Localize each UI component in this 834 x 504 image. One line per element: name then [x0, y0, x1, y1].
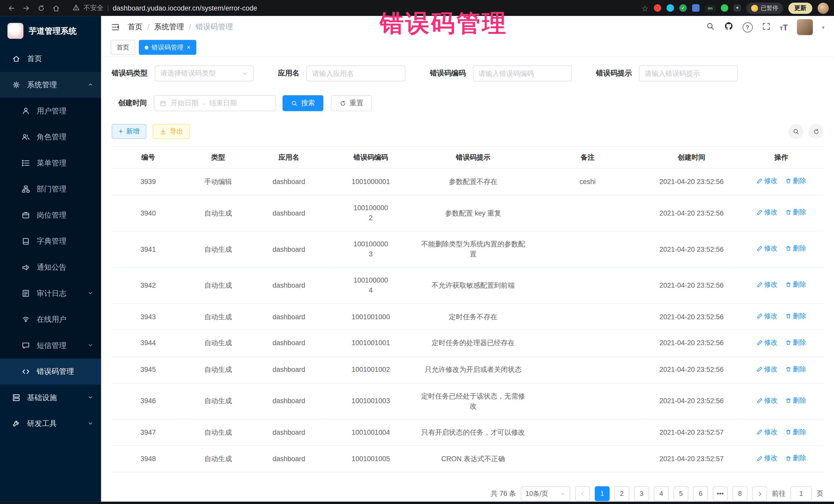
date-range-picker[interactable]: 开始日期 - 结束日期 — [154, 95, 276, 111]
cell-type: 自动生成 — [184, 330, 251, 356]
error-code-input[interactable] — [473, 65, 572, 81]
browser-profile-avatar[interactable] — [817, 2, 829, 14]
add-button[interactable]: + 新增 — [112, 124, 146, 139]
delete-link[interactable]: 删除 — [785, 311, 806, 321]
edit-link[interactable]: 修改 — [756, 364, 777, 374]
start-date-placeholder: 开始日期 — [171, 98, 198, 108]
back-icon[interactable] — [5, 2, 17, 14]
refresh-button[interactable] — [809, 124, 824, 139]
fullscreen-icon[interactable] — [762, 22, 771, 33]
edit-link[interactable]: 修改 — [756, 454, 777, 463]
cell-app: dashboard — [252, 356, 326, 383]
delete-link[interactable]: 删除 — [785, 454, 806, 463]
tab-error-code[interactable]: 错误码管理 × — [139, 40, 196, 54]
page-button-3[interactable]: 3 — [634, 486, 649, 501]
home-icon[interactable] — [50, 2, 62, 14]
sidebar-item-posts[interactable]: 岗位管理 — [0, 202, 101, 228]
page-button-4[interactable]: 4 — [654, 486, 669, 501]
edit-link[interactable]: 修改 — [756, 427, 777, 437]
bookmark-star-icon[interactable]: ☆ — [641, 4, 649, 12]
toggle-search-button[interactable] — [788, 124, 803, 139]
edit-link[interactable]: 修改 — [756, 311, 777, 321]
search-button[interactable]: 搜索 — [283, 95, 324, 111]
font-size-icon[interactable]: TT — [780, 23, 788, 31]
cell-type: 自动生成 — [184, 356, 251, 383]
page-ellipsis[interactable]: ••• — [713, 486, 728, 501]
edit-link[interactable]: 修改 — [756, 338, 777, 348]
tab-home[interactable]: 首页 — [111, 40, 135, 54]
prev-page-button[interactable] — [575, 486, 590, 501]
edit-link[interactable]: 修改 — [756, 395, 777, 406]
delete-link[interactable]: 删除 — [785, 338, 806, 348]
url-text: dashboard.yudao.iocoder.cn/system/error-… — [113, 4, 257, 12]
next-page-button[interactable] — [752, 486, 767, 501]
sidebar-item-error-code[interactable]: 错误码管理 — [0, 358, 101, 385]
cell-app: dashboard — [252, 446, 326, 472]
forward-icon[interactable] — [20, 2, 32, 14]
github-icon[interactable] — [724, 21, 733, 33]
cell-time: 2021-04-20 23:52:57 — [644, 419, 739, 446]
cell-type: 手动编辑 — [184, 168, 251, 195]
page-button-1[interactable]: 1 — [595, 486, 610, 501]
sidebar-item-dictionary[interactable]: 字典管理 — [0, 228, 101, 254]
breadcrumb-home[interactable]: 首页 — [128, 22, 143, 32]
delete-link[interactable]: 删除 — [785, 207, 806, 217]
sidebar-item-online-users[interactable]: 在线用户 — [0, 306, 101, 333]
chevron-down-icon — [87, 289, 94, 298]
extension-icon[interactable]: ✓ — [679, 4, 687, 12]
edit-link[interactable]: 修改 — [756, 176, 777, 186]
paused-label: 已暂停 — [761, 4, 778, 12]
export-button[interactable]: 导出 — [153, 124, 190, 139]
edit-link[interactable]: 修改 — [756, 280, 777, 290]
goto-page-input[interactable] — [790, 486, 812, 501]
error-code-type-select[interactable]: 请选择错误码类型 — [154, 65, 254, 81]
logo[interactable]: 芋道管理系统 — [0, 16, 101, 46]
sidebar-item-infrastructure[interactable]: 基础设施 — [0, 385, 101, 411]
page-button-8[interactable]: 8 — [733, 486, 748, 501]
sidebar-item-menus[interactable]: 菜单管理 — [0, 150, 101, 176]
page-button-2[interactable]: 2 — [614, 486, 629, 501]
caret-down-icon[interactable]: ▾ — [822, 24, 825, 30]
sidebar-item-dev-tools[interactable]: 研发工具 — [0, 411, 101, 437]
extension-icon[interactable] — [666, 4, 674, 12]
help-icon[interactable]: ? — [742, 22, 752, 32]
sidebar-toggle[interactable] — [111, 22, 120, 32]
close-tab-icon[interactable]: × — [187, 44, 191, 50]
sidebar-item-system[interactable]: 系统管理 — [0, 72, 101, 98]
page-button-6[interactable]: 6 — [693, 486, 708, 501]
delete-link[interactable]: 删除 — [785, 176, 806, 186]
extensions-puzzle-icon[interactable]: ✦ — [734, 4, 741, 12]
extension-icon[interactable] — [692, 4, 700, 12]
sidebar-item-sms[interactable]: 短信管理 — [0, 333, 101, 359]
page-size-select[interactable]: 10条/页 — [521, 486, 570, 501]
extension-icon[interactable] — [721, 4, 728, 12]
app-name-input[interactable] — [306, 65, 405, 81]
search-icon[interactable] — [706, 22, 715, 33]
extension-on-badge[interactable]: on — [705, 5, 716, 12]
sidebar-item-departments[interactable]: 部门管理 — [0, 176, 101, 202]
breadcrumb-system[interactable]: 系统管理 — [154, 22, 184, 32]
delete-link[interactable]: 删除 — [785, 364, 806, 374]
extension-icon[interactable] — [654, 4, 661, 12]
edit-link[interactable]: 修改 — [756, 243, 777, 254]
cell-type: 自动生成 — [184, 419, 251, 446]
edit-link[interactable]: 修改 — [756, 207, 777, 217]
delete-link[interactable]: 删除 — [785, 243, 806, 254]
chrome-update-button[interactable]: 更新 — [788, 2, 812, 14]
reset-button[interactable]: 重置 — [331, 95, 372, 111]
sidebar-item-users[interactable]: 用户管理 — [0, 98, 101, 124]
sidebar-item-home[interactable]: 首页 — [0, 46, 101, 72]
error-message-input[interactable] — [639, 65, 738, 81]
paused-profile-chip[interactable]: 已暂停 — [746, 2, 783, 14]
sidebar-item-audit-log[interactable]: 审计日志 — [0, 280, 101, 306]
sidebar-item-notices[interactable]: 通知公告 — [0, 254, 101, 281]
cell-time: 2021-04-20 23:52:56 — [644, 330, 739, 356]
delete-link[interactable]: 删除 — [785, 395, 806, 406]
sidebar-item-roles[interactable]: 角色管理 — [0, 124, 101, 150]
delete-link[interactable]: 删除 — [785, 427, 806, 437]
avatar[interactable] — [797, 19, 813, 35]
reload-icon[interactable] — [35, 2, 47, 14]
delete-link[interactable]: 删除 — [785, 280, 806, 290]
cell-msg: 只允许修改为开启或者关闭状态 — [415, 356, 531, 383]
page-button-5[interactable]: 5 — [673, 486, 688, 501]
